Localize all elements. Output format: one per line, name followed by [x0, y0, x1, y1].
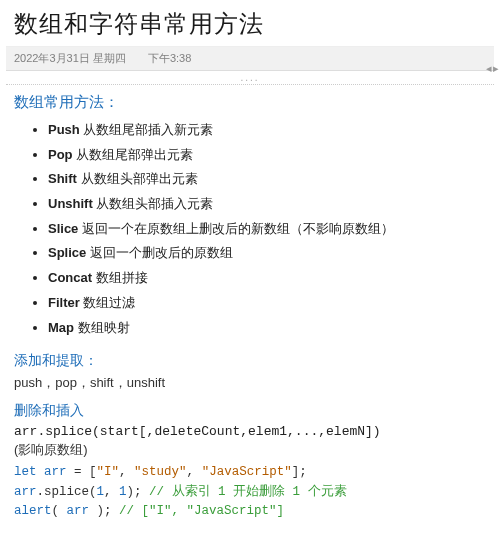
method-desc: 数组映射 — [74, 320, 130, 335]
method-desc: 返回一个在原数组上删改后的新数组（不影响原数组） — [78, 221, 394, 236]
arr-close: ]; — [292, 465, 307, 479]
section-heading-delete-insert: 删除和插入 — [14, 402, 486, 420]
list-item: Slice 返回一个在原数组上删改后的新数组（不影响原数组） — [48, 217, 486, 242]
method-name: Pop — [48, 147, 73, 162]
section-heading-add-extract: 添加和提取： — [14, 352, 486, 370]
comment-1: // 从索引 1 开始删除 1 个元素 — [142, 485, 347, 499]
method-name: Unshift — [48, 196, 93, 211]
list-item: Shift 从数组头部弹出元素 — [48, 167, 486, 192]
section-heading-array-methods: 数组常用方法： — [14, 93, 486, 112]
call-close: ); — [127, 485, 142, 499]
kw-let: let — [14, 465, 37, 479]
method-name: Push — [48, 122, 80, 137]
list-item: Concat 数组拼接 — [48, 266, 486, 291]
method-desc: 数组拼接 — [92, 270, 148, 285]
method-name: Shift — [48, 171, 77, 186]
str-1: "I" — [97, 465, 120, 479]
var-arr: arr — [44, 465, 67, 479]
method-name: Filter — [48, 295, 80, 310]
list-item: Filter 数组过滤 — [48, 291, 486, 316]
list-item: Pop 从数组尾部弹出元素 — [48, 143, 486, 168]
comment-2: // ["I", "JavaScript"] — [112, 504, 285, 518]
num-2: 1 — [119, 485, 127, 499]
method-desc: 从数组尾部弹出元素 — [73, 147, 194, 162]
splice-signature: arr.splice(start[,deleteCount,elem1,...,… — [14, 424, 486, 439]
str-2: "study" — [134, 465, 187, 479]
num-1: 1 — [97, 485, 105, 499]
method-desc: 返回一个删改后的原数组 — [86, 245, 233, 260]
alert-open: ( — [52, 504, 67, 518]
collapse-ellipsis[interactable]: .... — [6, 71, 494, 85]
add-extract-list: push，pop，shift，unshift — [14, 374, 486, 392]
code-eq: = [ — [67, 465, 97, 479]
alert-close: ); — [89, 504, 112, 518]
method-name: Map — [48, 320, 74, 335]
method-desc: 从数组头部插入元素 — [93, 196, 214, 211]
method-name: Slice — [48, 221, 78, 236]
str-3: "JavaScript" — [202, 465, 292, 479]
list-item: Push 从数组尾部插入新元素 — [48, 118, 486, 143]
method-name: Splice — [48, 245, 86, 260]
scroll-indicator-icon: ◂ ▸ — [486, 62, 498, 75]
dot-splice: .splice( — [37, 485, 97, 499]
meta-date: 2022年3月31日 星期四 — [14, 51, 126, 66]
list-item: Unshift 从数组头部插入元素 — [48, 192, 486, 217]
splice-note: (影响原数组) — [14, 441, 486, 459]
obj-arr: arr — [14, 485, 37, 499]
code-example: let arr = ["I", "study", "JavaScript"]; … — [14, 463, 486, 521]
list-item: Splice 返回一个删改后的原数组 — [48, 241, 486, 266]
meta-time: 下午3:38 — [148, 51, 191, 66]
method-desc: 数组过滤 — [80, 295, 136, 310]
method-name: Concat — [48, 270, 92, 285]
fn-alert: alert — [14, 504, 52, 518]
method-desc: 从数组尾部插入新元素 — [80, 122, 214, 137]
meta-bar: 2022年3月31日 星期四 下午3:38 — [6, 46, 494, 71]
method-desc: 从数组头部弹出元素 — [77, 171, 198, 186]
page-title: 数组和字符串常用方法 — [14, 8, 486, 40]
list-item: Map 数组映射 — [48, 316, 486, 341]
array-methods-list: Push 从数组尾部插入新元素 Pop 从数组尾部弹出元素 Shift 从数组头… — [14, 118, 486, 340]
alert-arg: arr — [67, 504, 90, 518]
